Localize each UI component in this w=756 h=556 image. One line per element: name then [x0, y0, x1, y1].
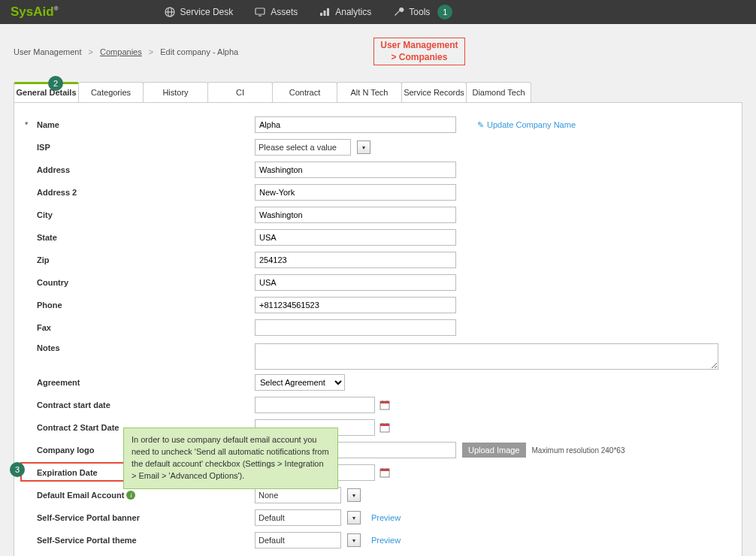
- country-input[interactable]: [255, 274, 456, 291]
- name-input[interactable]: [255, 116, 456, 133]
- label-isp: ISP: [37, 143, 50, 152]
- calendar-icon[interactable]: [380, 422, 390, 433]
- label-phone: Phone: [37, 301, 62, 310]
- notes-textarea[interactable]: [255, 343, 718, 370]
- svg-rect-3: [256, 8, 265, 14]
- label-portal-theme: Self-Service Portal theme: [37, 536, 137, 545]
- nav-service-desk[interactable]: Service Desk: [164, 6, 234, 18]
- breadcrumb: User Management > Companies > Edit compa…: [14, 47, 238, 56]
- svg-rect-5: [320, 13, 322, 16]
- wrench-icon: [392, 6, 404, 18]
- tooltip-default-email: In order to use company default email ac…: [123, 428, 338, 489]
- globe-icon: [164, 6, 176, 18]
- label-notes: Notes: [37, 343, 60, 352]
- breadcrumb-root: User Management: [14, 47, 82, 56]
- tab-contract[interactable]: Contract: [272, 82, 337, 102]
- nav-tools[interactable]: Tools 1: [392, 5, 452, 20]
- tab-service-records[interactable]: Service Records: [401, 82, 467, 102]
- breadcrumb-companies-link[interactable]: Companies: [100, 47, 142, 56]
- state-input[interactable]: [255, 229, 456, 246]
- portal-banner-toggle[interactable]: ▾: [347, 511, 361, 524]
- upload-image-button[interactable]: Upload Image: [462, 443, 526, 458]
- label-portal-banner: Self-Service Portal banner: [37, 513, 140, 522]
- label-state: State: [37, 233, 57, 242]
- isp-dropdown[interactable]: Please select a value: [255, 139, 351, 156]
- svg-rect-7: [327, 8, 329, 16]
- badge-1: 1: [437, 5, 452, 20]
- address2-input[interactable]: [255, 184, 456, 201]
- label-agreement: Agreement: [37, 378, 80, 387]
- label-address2: Address 2: [37, 188, 77, 197]
- form-panel: *Name ✎Update Company Name ISP Please se…: [14, 103, 742, 556]
- portal-theme-toggle[interactable]: ▾: [347, 533, 361, 547]
- tab-general-details[interactable]: General Details: [14, 82, 79, 102]
- portal-theme-dropdown[interactable]: Default: [255, 532, 341, 548]
- address-input[interactable]: [255, 162, 456, 178]
- callout-user-management: User Management > Companies: [373, 38, 464, 65]
- tab-history[interactable]: History: [143, 82, 208, 102]
- breadcrumb-row: User Management > Companies > Edit compa…: [0, 24, 756, 71]
- default-email-dropdown[interactable]: None: [255, 487, 341, 503]
- nav-assets[interactable]: Assets: [254, 6, 298, 18]
- isp-dropdown-toggle[interactable]: ▾: [357, 141, 370, 154]
- tab-ci[interactable]: CI: [207, 82, 273, 102]
- tab-diamond-tech[interactable]: Diamond Tech: [466, 82, 531, 102]
- monitor-icon: [254, 6, 266, 18]
- agreement-select[interactable]: Select Agreement: [255, 374, 345, 391]
- resolution-hint: Maximum resolution 240*63: [532, 446, 625, 455]
- tab-alt-n-tech[interactable]: Alt N Tech: [337, 82, 402, 102]
- tabs: General Details Categories History CI Co…: [14, 82, 742, 103]
- label-name: Name: [37, 120, 59, 129]
- nav-analytics[interactable]: Analytics: [319, 6, 371, 18]
- portal-banner-dropdown[interactable]: Default: [255, 509, 341, 526]
- contract-start-input[interactable]: [255, 397, 375, 413]
- preview-theme-link[interactable]: Preview: [371, 536, 401, 545]
- label-fax: Fax: [37, 323, 51, 332]
- label-country: Country: [37, 278, 68, 287]
- calendar-icon[interactable]: [380, 467, 390, 478]
- label-contract2-start: Contract 2 Start Date: [37, 423, 119, 432]
- info-icon[interactable]: i: [126, 491, 135, 500]
- fax-input[interactable]: [255, 319, 456, 336]
- svg-rect-17: [380, 469, 389, 471]
- phone-input[interactable]: [255, 297, 456, 313]
- label-address: Address: [37, 165, 70, 174]
- svg-rect-13: [380, 424, 389, 426]
- tab-categories[interactable]: Categories: [78, 82, 144, 102]
- update-company-name-link[interactable]: Update Company Name: [487, 120, 576, 129]
- label-default-email: Default Email Account: [37, 491, 124, 500]
- label-contract-start: Contract start date: [37, 400, 110, 409]
- preview-banner-link[interactable]: Preview: [371, 513, 401, 522]
- breadcrumb-current: Edit company - Alpha: [160, 47, 238, 56]
- pencil-icon: ✎: [477, 120, 484, 129]
- calendar-icon[interactable]: [380, 400, 390, 410]
- zip-input[interactable]: [255, 252, 456, 268]
- svg-rect-6: [324, 11, 326, 16]
- label-logo: Company logo: [37, 446, 94, 455]
- label-city: City: [37, 210, 53, 219]
- chart-icon: [319, 6, 331, 18]
- top-navbar: SysAid® Service Desk Assets Analytics To…: [0, 0, 756, 24]
- label-zip: Zip: [37, 255, 50, 264]
- brand-logo: SysAid®: [11, 5, 59, 20]
- svg-rect-9: [380, 401, 389, 403]
- default-email-toggle[interactable]: ▾: [347, 488, 361, 502]
- city-input[interactable]: [255, 207, 456, 223]
- label-expiration: Expiration Date: [37, 468, 98, 477]
